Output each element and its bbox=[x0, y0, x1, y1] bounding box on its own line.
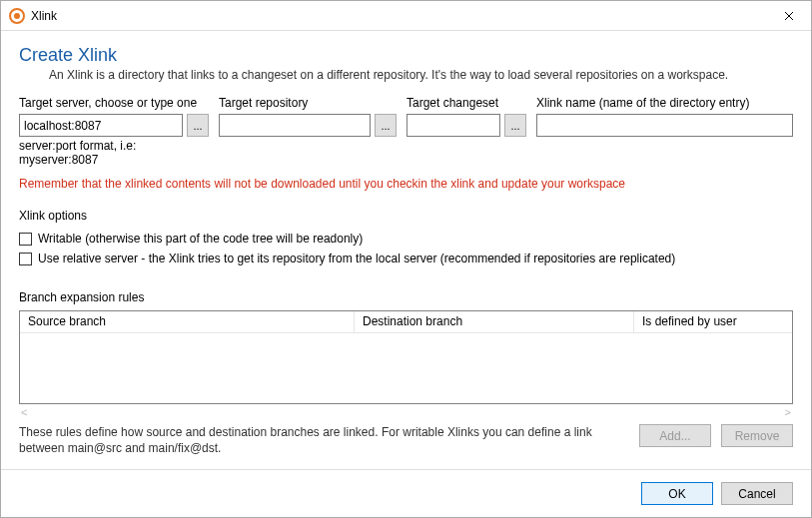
rules-footer: These rules define how source and destin… bbox=[19, 424, 793, 456]
close-button[interactable] bbox=[766, 1, 811, 31]
rules-table[interactable]: Source branch Destination branch Is defi… bbox=[19, 310, 793, 404]
rules-description: These rules define how source and destin… bbox=[19, 424, 629, 456]
rules-table-header: Source branch Destination branch Is defi… bbox=[20, 311, 792, 333]
target-repository-group: Target repository ... bbox=[219, 96, 397, 137]
relative-row[interactable]: Use relative server - the Xlink tries to… bbox=[19, 252, 793, 265]
scroll-right-icon: > bbox=[785, 406, 791, 418]
cancel-button[interactable]: Cancel bbox=[721, 482, 793, 505]
xlink-name-input[interactable] bbox=[536, 114, 793, 137]
app-icon bbox=[9, 8, 25, 24]
target-server-group: Target server, choose or type one ... se… bbox=[19, 96, 209, 167]
target-repository-browse-button[interactable]: ... bbox=[375, 114, 397, 137]
page-title: Create Xlink bbox=[19, 45, 793, 66]
dialog-footer: OK Cancel bbox=[1, 469, 811, 517]
relative-label: Use relative server - the Xlink tries to… bbox=[38, 252, 675, 265]
target-changeset-input[interactable] bbox=[406, 114, 500, 137]
writable-checkbox[interactable] bbox=[19, 233, 32, 246]
remove-button[interactable]: Remove bbox=[721, 424, 793, 447]
ok-button[interactable]: OK bbox=[641, 482, 713, 505]
xlink-name-group: Xlink name (name of the directory entry) bbox=[536, 96, 793, 137]
scroll-left-icon: < bbox=[21, 406, 27, 418]
add-button[interactable]: Add... bbox=[639, 424, 711, 447]
rules-title: Branch expansion rules bbox=[19, 290, 793, 304]
writable-row[interactable]: Writable (otherwise this part of the cod… bbox=[19, 232, 793, 246]
relative-checkbox[interactable] bbox=[19, 253, 32, 265]
target-changeset-browse-button[interactable]: ... bbox=[504, 114, 526, 137]
rules-area: Branch expansion rules Source branch Des… bbox=[19, 286, 793, 456]
col-destination[interactable]: Destination branch bbox=[355, 311, 634, 332]
svg-point-1 bbox=[14, 13, 20, 19]
options-title: Xlink options bbox=[19, 209, 793, 223]
col-source[interactable]: Source branch bbox=[20, 311, 355, 332]
xlink-name-label: Xlink name (name of the directory entry) bbox=[536, 96, 793, 110]
target-repository-label: Target repository bbox=[219, 96, 397, 110]
target-changeset-group: Target changeset ... bbox=[406, 96, 526, 137]
warning-text: Remember that the xlinked contents will … bbox=[19, 177, 793, 191]
col-user[interactable]: Is defined by user bbox=[634, 311, 792, 332]
titlebar: Xlink bbox=[1, 1, 811, 31]
window-title: Xlink bbox=[31, 9, 57, 23]
writable-label: Writable (otherwise this part of the cod… bbox=[38, 232, 363, 246]
target-server-hint: server:port format, i.e: myserver:8087 bbox=[19, 139, 209, 167]
target-repository-input[interactable] bbox=[219, 114, 371, 137]
target-changeset-label: Target changeset bbox=[406, 96, 526, 110]
page-description: An Xlink is a directory that links to a … bbox=[49, 68, 793, 82]
target-server-label: Target server, choose or type one bbox=[19, 96, 209, 110]
target-server-input[interactable] bbox=[19, 114, 183, 137]
target-server-browse-button[interactable]: ... bbox=[187, 114, 209, 137]
dialog-content: Create Xlink An Xlink is a directory tha… bbox=[1, 31, 811, 469]
fields-row: Target server, choose or type one ... se… bbox=[19, 96, 793, 167]
scroll-indicators: < > bbox=[19, 406, 793, 418]
